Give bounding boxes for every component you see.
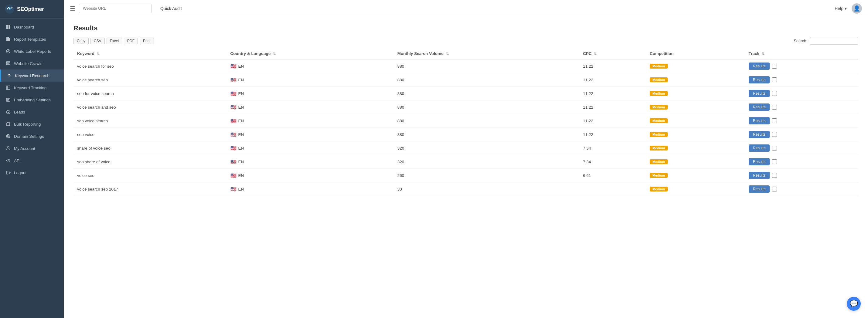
flag-icon-6: 🇺🇸: [230, 145, 237, 151]
results-button-0[interactable]: Results: [749, 63, 770, 70]
table-row: voice search and seo 🇺🇸 EN 880 11.22 Med…: [73, 100, 858, 114]
sidebar-item-keyword-research[interactable]: Keyword Research: [0, 69, 64, 82]
results-button-2[interactable]: Results: [749, 90, 770, 97]
svg-rect-13: [7, 63, 9, 64]
chat-bubble[interactable]: 💬: [847, 297, 861, 311]
results-table: Keyword ⇅ Country & Language ⇅ Monthly S…: [73, 48, 858, 196]
svg-point-10: [8, 51, 9, 52]
cell-cpc-1: 11.22: [579, 73, 646, 87]
sidebar-item-domain-settings[interactable]: Domain Settings: [0, 130, 64, 142]
help-button[interactable]: Help ▾: [835, 6, 847, 11]
competition-badge-5: Medium: [650, 132, 668, 137]
competition-badge-3: Medium: [650, 105, 668, 109]
track-checkbox-7[interactable]: [772, 159, 777, 164]
sidebar-item-my-account[interactable]: My Account: [0, 142, 64, 154]
col-competition: Competition: [646, 48, 745, 59]
lang-label-8: EN: [238, 173, 244, 178]
col-country-language: Country & Language ⇅: [227, 48, 394, 59]
cell-keyword-1: voice search seo: [73, 73, 227, 87]
results-button-6[interactable]: Results: [749, 145, 770, 152]
col-keyword-sort-icon[interactable]: ⇅: [97, 52, 100, 56]
cell-country-4: 🇺🇸 EN: [227, 114, 394, 128]
print-button[interactable]: Print: [140, 38, 154, 44]
sidebar: SEOptimer Dashboard Report Templates Whi…: [0, 0, 64, 318]
cell-track-0: Results: [745, 59, 858, 73]
results-button-1[interactable]: Results: [749, 76, 770, 84]
results-button-3[interactable]: Results: [749, 103, 770, 111]
sidebar-item-bulk-reporting[interactable]: Bulk Reporting: [0, 118, 64, 130]
track-checkbox-3[interactable]: [772, 105, 777, 109]
sidebar-item-api[interactable]: API: [0, 154, 64, 167]
user-avatar[interactable]: 👤: [851, 3, 862, 14]
white-label-reports-nav-label: White Label Reports: [14, 49, 51, 54]
sidebar-item-leads[interactable]: Leads: [0, 106, 64, 118]
flag-icon-7: 🇺🇸: [230, 159, 237, 165]
cell-keyword-4: seo voice search: [73, 114, 227, 128]
domain-settings-nav-label: Domain Settings: [14, 134, 44, 139]
lang-label-6: EN: [238, 146, 244, 151]
copy-button[interactable]: Copy: [73, 38, 89, 44]
track-checkbox-4[interactable]: [772, 118, 777, 123]
col-cpc-label: CPC: [583, 51, 592, 56]
lang-label-0: EN: [238, 64, 244, 69]
sidebar-item-keyword-tracking[interactable]: Keyword Tracking: [0, 82, 64, 94]
track-checkbox-0[interactable]: [772, 64, 777, 69]
col-cpc-sort-icon[interactable]: ⇅: [594, 52, 596, 56]
cell-cpc-8: 6.61: [579, 169, 646, 182]
hamburger-button[interactable]: ☰: [70, 5, 75, 12]
url-input[interactable]: [79, 4, 152, 13]
track-checkbox-2[interactable]: [772, 91, 777, 96]
excel-button[interactable]: Excel: [106, 38, 122, 44]
quick-audit-button[interactable]: Quick Audit: [155, 4, 187, 13]
track-checkbox-6[interactable]: [772, 146, 777, 151]
col-keyword: Keyword ⇅: [73, 48, 227, 59]
help-chevron-icon: ▾: [845, 6, 847, 11]
cell-competition-8: Medium: [646, 169, 745, 182]
sidebar-item-website-crawls[interactable]: Website Crawls: [0, 57, 64, 69]
results-button-9[interactable]: Results: [749, 185, 770, 193]
cell-keyword-3: voice search and seo: [73, 100, 227, 114]
user-icon-symbol: 👤: [854, 5, 860, 12]
cell-keyword-0: voice search for seo: [73, 59, 227, 73]
col-cl-sort-icon[interactable]: ⇅: [273, 52, 276, 56]
cell-competition-9: Medium: [646, 182, 745, 196]
col-vol-sort-icon[interactable]: ⇅: [446, 52, 449, 56]
my-account-nav-label: My Account: [14, 146, 35, 151]
track-checkbox-8[interactable]: [772, 173, 777, 178]
track-checkbox-1[interactable]: [772, 77, 777, 82]
track-checkbox-5[interactable]: [772, 132, 777, 137]
table-row: share of voice seo 🇺🇸 EN 320 7.34 Medium…: [73, 141, 858, 155]
cell-volume-6: 320: [394, 141, 579, 155]
csv-button[interactable]: CSV: [91, 38, 105, 44]
sidebar-item-report-templates[interactable]: Report Templates: [0, 33, 64, 45]
cell-track-9: Results: [745, 182, 858, 196]
results-button-8[interactable]: Results: [749, 172, 770, 179]
cell-volume-5: 880: [394, 128, 579, 141]
cell-country-0: 🇺🇸 EN: [227, 59, 394, 73]
svg-line-27: [8, 159, 8, 162]
svg-point-2: [9, 8, 10, 9]
pdf-button[interactable]: PDF: [124, 38, 138, 44]
search-input[interactable]: [810, 37, 858, 44]
results-button-7[interactable]: Results: [749, 158, 770, 165]
sidebar-item-embedding-settings[interactable]: Embedding Settings: [0, 94, 64, 106]
keyword-tracking-nav-icon: [5, 85, 11, 90]
sidebar-item-white-label-reports[interactable]: White Label Reports: [0, 45, 64, 57]
help-label: Help: [835, 6, 843, 11]
cell-competition-3: Medium: [646, 100, 745, 114]
sidebar-item-logout[interactable]: Logout: [0, 167, 64, 179]
website-crawls-nav-label: Website Crawls: [14, 61, 42, 66]
api-nav-label: API: [14, 158, 21, 163]
bulk-reporting-nav-icon: [5, 121, 11, 127]
competition-badge-8: Medium: [650, 173, 668, 178]
sidebar-item-dashboard[interactable]: Dashboard: [0, 21, 64, 33]
results-button-4[interactable]: Results: [749, 117, 770, 124]
results-button-5[interactable]: Results: [749, 131, 770, 138]
lang-label-4: EN: [238, 119, 244, 123]
flag-icon-3: 🇺🇸: [230, 104, 237, 110]
track-checkbox-9[interactable]: [772, 187, 777, 191]
seoptimer-logo-icon: [5, 4, 14, 14]
lang-label-5: EN: [238, 132, 244, 137]
col-track-sort-icon[interactable]: ⇅: [762, 52, 765, 56]
cell-cpc-3: 11.22: [579, 100, 646, 114]
